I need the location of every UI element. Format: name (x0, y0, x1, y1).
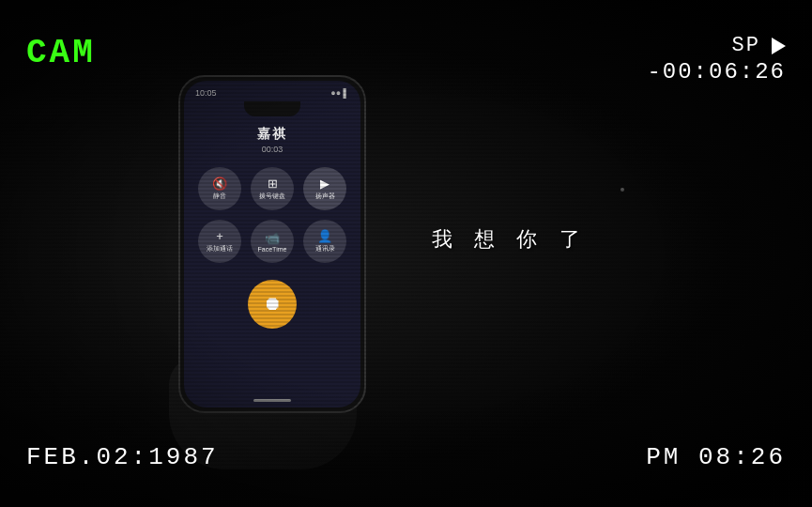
keypad-label: 拨号键盘 (259, 192, 285, 201)
background-light (620, 188, 624, 192)
vhs-frame: CAM SP -00:06:26 10:05 ●● ▌ 嘉祺 (0, 0, 812, 507)
add-icon: + (216, 229, 223, 243)
end-call-icon: ⏺ (263, 293, 282, 315)
contacts-button[interactable]: 👤 通讯录 (303, 220, 346, 263)
mute-icon: 🔇 (212, 177, 227, 191)
hud-time: PM 08:26 (646, 443, 786, 471)
status-icons: ●● ▌ (330, 88, 349, 98)
speaker-button[interactable]: ▶ 扬声器 (303, 167, 346, 210)
end-call-button[interactable]: ⏺ (248, 280, 297, 329)
keypad-button[interactable]: ⊞ 拨号键盘 (251, 167, 294, 210)
contacts-label: 通讯录 (315, 244, 335, 254)
keypad-icon: ⊞ (268, 177, 278, 191)
speaker-icon: ▶ (320, 177, 329, 191)
hud-top-right: SP -00:06:26 (647, 34, 786, 84)
call-status: 00:03 (262, 145, 283, 154)
call-buttons-grid: 🔇 静音 ⊞ 拨号键盘 ▶ 扬声器 + 添加通 (198, 167, 346, 263)
mute-label: 静音 (213, 192, 226, 201)
contacts-icon: 👤 (317, 229, 332, 243)
sp-label: SP (732, 34, 760, 57)
hud-date: FEB.02:1987 (26, 443, 219, 471)
end-call-area: ⏺ (248, 280, 297, 329)
sp-row: SP (732, 34, 786, 57)
status-time: 10:05 (195, 88, 217, 98)
facetime-icon: 📹 (265, 231, 280, 245)
facetime-button[interactable]: 📹 FaceTime (251, 220, 294, 263)
mute-button[interactable]: 🔇 静音 (198, 167, 241, 210)
home-indicator (253, 399, 291, 402)
facetime-label: FaceTime (258, 246, 287, 253)
phone-screen: 10:05 ●● ▌ 嘉祺 00:03 🔇 静音 (184, 81, 360, 407)
phone-device: 10:05 ●● ▌ 嘉祺 00:03 🔇 静音 (178, 75, 366, 413)
phone-wrapper: 10:05 ●● ▌ 嘉祺 00:03 🔇 静音 (150, 75, 413, 441)
phone-status-bar: 10:05 ●● ▌ (184, 81, 360, 101)
play-icon (772, 38, 786, 54)
speaker-label: 扬声器 (315, 192, 335, 201)
contact-name: 嘉祺 (257, 126, 287, 143)
phone-notch (244, 101, 300, 116)
cam-label: CAM (26, 34, 96, 72)
subtitle: 我 想 你 了 (432, 225, 585, 254)
add-label: 添加通话 (207, 244, 233, 254)
call-screen: 嘉祺 00:03 🔇 静音 ⊞ 拨号键盘 ▶ (198, 116, 346, 388)
timecode: -00:06:26 (647, 59, 786, 84)
add-call-button[interactable]: + 添加通话 (198, 220, 241, 263)
